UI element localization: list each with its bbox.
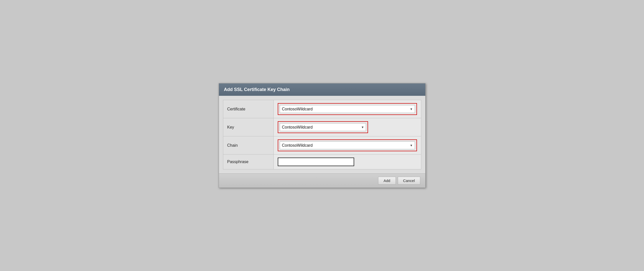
- key-highlight: ContosoWildcard ▼: [278, 121, 368, 133]
- key-cell: ContosoWildcard ▼: [273, 118, 421, 136]
- key-row: Key ContosoWildcard ▼: [223, 118, 421, 136]
- chain-select-wrapper: ContosoWildcard ▼: [280, 141, 415, 149]
- add-button[interactable]: Add: [378, 177, 396, 185]
- dialog: Add SSL Certificate Key Chain Certificat…: [219, 83, 426, 188]
- certificate-label: Certificate: [223, 100, 273, 118]
- dialog-body: Certificate ContosoWildcard ▼: [219, 96, 425, 173]
- chain-cell: ContosoWildcard ▼: [273, 136, 421, 155]
- chain-row: Chain ContosoWildcard ▼: [223, 136, 421, 155]
- passphrase-input[interactable]: [278, 158, 354, 166]
- key-select-wrapper: ContosoWildcard ▼: [280, 123, 366, 131]
- key-label: Key: [223, 118, 273, 136]
- certificate-row: Certificate ContosoWildcard ▼: [223, 100, 421, 118]
- certificate-select[interactable]: ContosoWildcard: [280, 105, 415, 113]
- passphrase-label: Passphrase: [223, 155, 273, 169]
- chain-label: Chain: [223, 136, 273, 155]
- chain-select[interactable]: ContosoWildcard: [280, 141, 415, 149]
- certificate-cell: ContosoWildcard ▼: [273, 100, 421, 118]
- key-select[interactable]: ContosoWildcard: [280, 123, 366, 131]
- passphrase-cell: [273, 155, 421, 169]
- dialog-footer: Add Cancel: [219, 173, 425, 188]
- certificate-highlight: ContosoWildcard ▼: [278, 103, 417, 115]
- cancel-button[interactable]: Cancel: [398, 177, 420, 185]
- form-table: Certificate ContosoWildcard ▼: [223, 100, 421, 169]
- certificate-select-wrapper: ContosoWildcard ▼: [280, 105, 415, 113]
- chain-highlight: ContosoWildcard ▼: [278, 139, 417, 151]
- passphrase-row: Passphrase: [223, 155, 421, 169]
- dialog-header: Add SSL Certificate Key Chain: [219, 83, 425, 96]
- dialog-title: Add SSL Certificate Key Chain: [224, 87, 290, 92]
